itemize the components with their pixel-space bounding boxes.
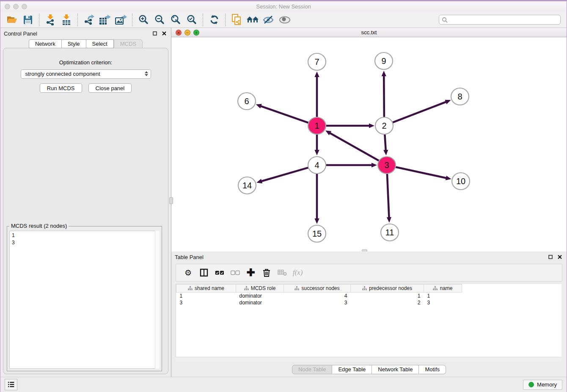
add-column-icon[interactable]: ✚ — [243, 265, 259, 280]
export-image-button[interactable] — [113, 13, 129, 27]
float-panel-icon[interactable] — [151, 30, 158, 37]
task-history-button[interactable] — [5, 379, 17, 390]
graph-edge-4-14[interactable] — [256, 168, 308, 183]
panel-splitter-handle[interactable] — [169, 197, 173, 204]
column-header-shared-name[interactable]: shared name — [176, 284, 236, 293]
tab-motifs[interactable]: Motifs — [419, 365, 446, 374]
export-table-button[interactable] — [97, 13, 113, 27]
table-cell[interactable]: 1 — [176, 293, 236, 299]
graph-edge-1-6[interactable] — [256, 104, 308, 123]
graph-edge-2-8[interactable] — [393, 100, 451, 123]
table-row[interactable]: 3dominator323 — [176, 299, 462, 306]
close-table-panel-icon[interactable] — [556, 254, 563, 260]
gear-icon[interactable]: ⚙ — [180, 265, 196, 280]
column-header-MCDS-role[interactable]: MCDS role — [236, 284, 284, 293]
tab-select[interactable]: Select — [86, 39, 114, 48]
close-window-icon[interactable] — [5, 4, 10, 9]
graph-node-10[interactable]: 10 — [452, 173, 470, 190]
first-neighbors-button[interactable] — [245, 13, 261, 27]
memory-button[interactable]: Memory — [523, 380, 562, 390]
table-cell[interactable]: 3 — [424, 299, 462, 306]
tab-network[interactable]: Network — [29, 39, 62, 48]
table-cell[interactable]: dominator — [236, 293, 284, 299]
graph-edge-4-3[interactable] — [326, 163, 377, 167]
graph-edge-3-1[interactable] — [325, 130, 379, 160]
minimize-window-icon[interactable] — [13, 4, 19, 9]
search-box[interactable] — [439, 15, 561, 25]
graph-edge-1-2[interactable] — [326, 123, 374, 128]
zoom-out-button[interactable] — [151, 13, 168, 27]
tab-style[interactable]: Style — [62, 39, 86, 48]
split-columns-icon[interactable] — [196, 265, 212, 280]
graph-edge-1-7[interactable] — [314, 72, 319, 117]
show-all-button[interactable] — [277, 13, 293, 27]
hide-columns-icon[interactable] — [227, 265, 243, 280]
graph-edge-2-3[interactable] — [383, 135, 388, 155]
network-close-icon[interactable]: ✕ — [176, 30, 182, 36]
graph-edge-1-4[interactable] — [314, 135, 319, 155]
zoom-fit-button[interactable] — [168, 13, 184, 27]
mcds-result-text[interactable]: 1 3 — [9, 231, 160, 369]
delete-column-icon[interactable] — [259, 265, 274, 280]
save-session-button[interactable] — [20, 13, 36, 27]
graph-edge-2-9[interactable] — [382, 71, 386, 117]
graph-node-4[interactable]: 4 — [308, 157, 326, 174]
table-scrollbar[interactable] — [176, 357, 561, 362]
graph-node-15[interactable]: 15 — [308, 225, 326, 242]
column-header-name[interactable]: name — [424, 284, 462, 293]
tab-edge-table[interactable]: Edge Table — [332, 365, 372, 374]
network-canvas[interactable]: 7968124314101511 — [171, 37, 567, 252]
export-network-button[interactable] — [81, 13, 97, 27]
hide-selected-button[interactable] — [261, 13, 277, 27]
table-row[interactable]: 1dominator411 — [176, 293, 462, 299]
graph-edge-3-11[interactable] — [387, 174, 391, 223]
tab-mcds[interactable]: MCDS — [114, 39, 143, 48]
table-cell[interactable]: 1 — [351, 293, 424, 299]
table-cell[interactable]: 3 — [176, 299, 236, 306]
zoom-window-icon[interactable] — [22, 4, 27, 9]
open-session-button[interactable] — [4, 13, 20, 27]
close-panel-button[interactable]: Close panel — [88, 83, 132, 93]
toolbar-separator — [203, 14, 203, 26]
graph-edge-3-10[interactable] — [396, 167, 451, 180]
zoom-in-button[interactable] — [135, 13, 151, 27]
table-cell[interactable]: 3 — [284, 299, 351, 306]
refresh-button[interactable] — [206, 13, 222, 27]
network-maximize-icon[interactable]: + — [193, 30, 199, 36]
import-table-button[interactable] — [58, 13, 74, 27]
table-cell[interactable]: 1 — [424, 293, 462, 299]
criterion-select[interactable]: strongly connected component — [21, 69, 151, 79]
result-scrollbar[interactable] — [155, 231, 160, 369]
node-table: shared nameMCDS rolesuccessor nodesprede… — [176, 284, 561, 357]
float-table-panel-icon[interactable] — [547, 254, 554, 260]
graph-edge-4-15[interactable] — [314, 174, 319, 224]
graph-node-6[interactable]: 6 — [238, 93, 256, 110]
graph-node-8[interactable]: 8 — [451, 88, 469, 105]
column-header-successor-nodes[interactable]: successor nodes — [284, 284, 351, 293]
run-mcds-button[interactable]: Run MCDS — [40, 83, 82, 93]
column-header-predecessor-nodes[interactable]: predecessor nodes — [351, 284, 424, 293]
graph-node-1[interactable]: 1 — [308, 117, 326, 134]
zoom-selected-button[interactable] — [184, 13, 200, 27]
show-columns-icon[interactable] — [212, 265, 227, 280]
graph-node-7[interactable]: 7 — [308, 53, 326, 70]
search-input[interactable] — [449, 17, 558, 23]
control-panel: Control Panel NetworkStyleSelectMCDS Opt… — [0, 28, 171, 377]
network-minimize-icon[interactable]: − — [184, 30, 190, 36]
toolbar-separator — [77, 14, 78, 26]
close-panel-icon[interactable] — [161, 30, 168, 37]
import-network-button[interactable] — [42, 13, 58, 27]
delete-table-icon[interactable] — [274, 265, 290, 280]
table-cell[interactable]: dominator — [236, 299, 284, 306]
graph-node-3[interactable]: 3 — [378, 157, 396, 174]
graph-node-11[interactable]: 11 — [381, 224, 399, 241]
duplicate-network-button[interactable] — [228, 13, 245, 27]
graph-node-9[interactable]: 9 — [375, 52, 393, 69]
tab-node-table[interactable]: Node Table — [292, 365, 333, 374]
graph-node-14[interactable]: 14 — [238, 177, 256, 194]
graph-node-2[interactable]: 2 — [375, 117, 393, 134]
function-builder-icon[interactable]: f(x) — [290, 265, 306, 280]
tab-network-table[interactable]: Network Table — [372, 365, 419, 374]
table-cell[interactable]: 2 — [351, 299, 424, 306]
table-cell[interactable]: 4 — [284, 293, 351, 299]
